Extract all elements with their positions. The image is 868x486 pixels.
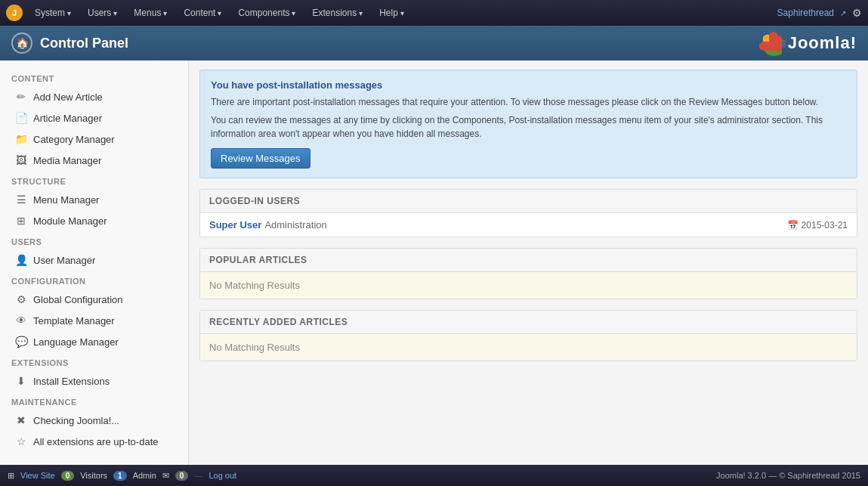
pencil-icon: ✏	[15, 91, 27, 103]
logged-in-users-header: LOGGED-IN USERS	[200, 190, 857, 213]
x-icon: ✖	[15, 414, 27, 426]
nav-content[interactable]: Content	[176, 3, 229, 23]
gear-icon: ⚙	[15, 293, 27, 305]
table-row: Super User Administration 📅 2015-03-21	[200, 213, 857, 237]
chevron-down-icon	[113, 8, 117, 18]
sidebar-item-checking-joomla[interactable]: ✖ Checking Joomla!...	[0, 410, 188, 431]
page-title-area: 🏠 Control Panel	[11, 33, 128, 54]
star-icon: ☆	[15, 435, 27, 447]
joomla-text: Joomla!	[788, 33, 857, 53]
chevron-down-icon	[292, 8, 295, 18]
page-title: Control Panel	[40, 36, 128, 51]
popular-articles-header: POPULAR ARTICLES	[200, 249, 857, 272]
joomla-brand: Joomla!	[758, 29, 857, 57]
super-user-link[interactable]: Super User	[209, 219, 261, 231]
sidebar: CONTENT ✏ Add New Article 📄 Article Mana…	[0, 60, 189, 465]
logged-in-users-panel: LOGGED-IN USERS Super User Administratio…	[199, 189, 857, 237]
joomla-flame-icon	[758, 29, 788, 57]
module-icon: ⊞	[15, 215, 27, 227]
sidebar-section-configuration: CONFIGURATION	[0, 271, 188, 289]
post-install-text1: There are important post-installation me…	[211, 95, 846, 109]
recently-added-header: RECENTLY ADDED ARTICLES	[200, 311, 857, 334]
chevron-down-icon	[67, 8, 71, 18]
sidebar-item-article-manager[interactable]: 📄 Article Manager	[0, 107, 188, 128]
eye-icon: 👁	[15, 314, 27, 327]
user-date: 📅 2015-03-21	[787, 220, 848, 231]
logout-link[interactable]: Log out	[209, 471, 236, 480]
view-site-link[interactable]: View Site	[20, 471, 55, 480]
recently-added-panel: RECENTLY ADDED ARTICLES No Matching Resu…	[199, 310, 857, 361]
sidebar-item-user-manager[interactable]: 👤 User Manager	[0, 249, 188, 271]
sidebar-section-users: USERS	[0, 231, 188, 249]
download-icon: ⬇	[15, 375, 27, 387]
post-install-title: You have post-installation messages	[211, 79, 846, 91]
settings-icon[interactable]: ⚙	[852, 7, 862, 19]
separator: —	[194, 471, 202, 480]
sidebar-item-category-manager[interactable]: 📁 Category Manager	[0, 128, 188, 150]
menu-icon: ☰	[15, 193, 27, 206]
nav-extensions[interactable]: Extensions	[304, 3, 370, 23]
admin-label: Admin	[133, 471, 156, 480]
sidebar-item-media-manager[interactable]: 🖼 Media Manager	[0, 150, 188, 171]
view-site-icon: ⊞	[8, 471, 14, 481]
sidebar-section-extensions: EXTENSIONS	[0, 352, 188, 370]
user-link[interactable]: Saphirethread	[777, 8, 834, 18]
review-messages-button[interactable]: Review Messages	[211, 148, 310, 169]
nav-users[interactable]: Users	[80, 3, 125, 23]
external-link-icon: ↗	[840, 9, 846, 17]
logged-in-users-body: Super User Administration 📅 2015-03-21	[200, 213, 857, 237]
topbar-right-area: Saphirethread ↗ ⚙	[777, 7, 862, 19]
sidebar-section-content: CONTENT	[0, 68, 188, 86]
sidebar-section-structure: STRUCTURE	[0, 171, 188, 189]
sidebar-item-language-manager[interactable]: 💬 Language Manager	[0, 331, 188, 352]
chevron-down-icon	[163, 8, 167, 18]
calendar-icon: 📅	[787, 220, 798, 231]
message-badge: 0	[175, 471, 189, 481]
chevron-down-icon	[218, 8, 221, 18]
header-bar: 🏠 Control Panel Joomla!	[0, 26, 868, 60]
post-install-text2: You can review the messages at any time …	[211, 113, 846, 141]
post-install-box: You have post-installation messages Ther…	[199, 70, 857, 178]
article-icon: 📄	[15, 112, 27, 124]
sidebar-item-install-extensions[interactable]: ⬇ Install Extensions	[0, 370, 188, 392]
main-layout: CONTENT ✏ Add New Article 📄 Article Mana…	[0, 60, 868, 465]
admin-badge: 1	[113, 471, 127, 481]
chevron-down-icon	[359, 8, 363, 18]
popular-articles-panel: POPULAR ARTICLES No Matching Results	[199, 248, 857, 299]
sidebar-item-add-new-article[interactable]: ✏ Add New Article	[0, 86, 188, 107]
no-results-recent: No Matching Results	[200, 334, 857, 361]
recently-added-body: No Matching Results	[200, 334, 857, 361]
nav-menus[interactable]: Menus	[126, 3, 175, 23]
user-role-label: Administration	[264, 219, 326, 231]
sidebar-section-maintenance: MAINTENANCE	[0, 392, 188, 410]
visitors-label: Visitors	[80, 471, 107, 480]
top-navbar: J System Users Menus Content Components …	[0, 0, 868, 26]
visitors-badge: 0	[61, 471, 75, 481]
nav-system[interactable]: System	[27, 3, 79, 23]
chevron-down-icon	[400, 8, 404, 18]
folder-icon: 📁	[15, 133, 27, 145]
content-area: You have post-installation messages Ther…	[189, 60, 868, 465]
sidebar-item-template-manager[interactable]: 👁 Template Manager	[0, 310, 188, 331]
sidebar-item-menu-manager[interactable]: ☰ Menu Manager	[0, 189, 188, 210]
user-icon: 👤	[15, 254, 27, 266]
nav-help[interactable]: Help	[372, 3, 412, 23]
sidebar-item-global-config[interactable]: ⚙ Global Configuration	[0, 289, 188, 310]
popular-articles-body: No Matching Results	[200, 272, 857, 299]
version-text: Joomla! 3.2.0 — © Saphirethread 2015	[716, 471, 860, 480]
no-results-popular: No Matching Results	[200, 272, 857, 299]
sidebar-item-module-manager[interactable]: ⊞ Module Manager	[0, 210, 188, 231]
language-icon: 💬	[15, 336, 27, 348]
status-bar: ⊞ View Site 0 Visitors 1 Admin ✉ 0 — Log…	[0, 465, 868, 486]
message-icon: ✉	[162, 471, 169, 481]
sidebar-item-extensions-uptodate[interactable]: ☆ All extensions are up-to-date	[0, 431, 188, 452]
home-icon[interactable]: 🏠	[11, 33, 32, 54]
joomla-logo-small: J	[6, 5, 23, 21]
nav-components[interactable]: Components	[230, 3, 303, 23]
image-icon: 🖼	[15, 154, 27, 166]
